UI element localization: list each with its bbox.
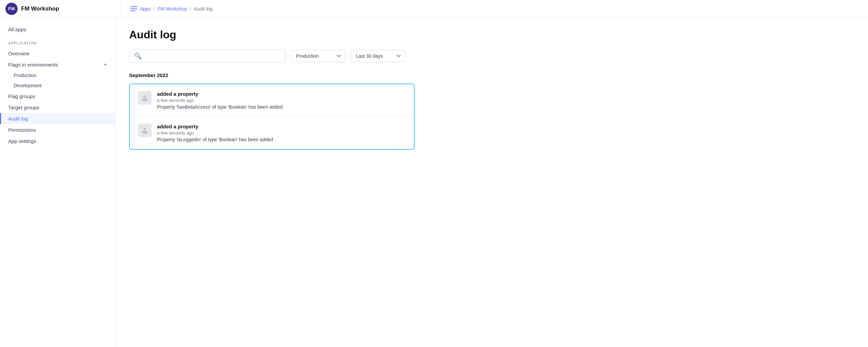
filters-row: 🔍 Production Development Last 30 days La… — [129, 49, 854, 63]
entry-avatar-2 — [138, 124, 152, 137]
sidebar-item-label: Overview — [8, 51, 30, 56]
breadcrumb-fm-workshop-link[interactable]: FM Workshop — [158, 6, 187, 12]
sidebar-item-label: App settings — [8, 138, 36, 144]
environment-select[interactable]: Production Development — [291, 50, 345, 62]
sidebar-item-label: Permissions — [8, 127, 36, 133]
svg-point-3 — [143, 128, 146, 130]
sidebar-sub-item-label: Production — [14, 73, 36, 78]
user-icon — [141, 127, 149, 134]
svg-rect-2 — [142, 131, 147, 133]
sidebar-item-overview[interactable]: Overview — [0, 48, 115, 59]
main-layout: All apps APPLICATION Overview Flags in e… — [0, 18, 868, 347]
sidebar-all-apps[interactable]: All apps — [0, 24, 115, 34]
section-date: September 2022 — [129, 72, 854, 78]
search-icon: 🔍 — [134, 52, 142, 60]
sidebar-item-label: Audit log — [8, 116, 28, 122]
breadcrumb-apps-link[interactable]: Apps — [140, 6, 151, 12]
menu-toggle-icon[interactable] — [131, 5, 137, 12]
entries-container: added a property a few seconds ago Prope… — [129, 84, 415, 150]
breadcrumb-sep-2: / — [190, 6, 191, 12]
sidebar-item-app-settings[interactable]: App settings — [0, 135, 115, 147]
svg-rect-0 — [142, 98, 147, 101]
main-content: Audit log 🔍 Production Development Last … — [116, 18, 868, 347]
entry-desc-1: Property 'hasBetaAccess' of type 'Boolea… — [157, 104, 406, 110]
sidebar: All apps APPLICATION Overview Flags in e… — [0, 18, 116, 347]
entry-desc-2: Property 'isLoggedIn' of type 'Boolean' … — [157, 137, 406, 142]
search-box: 🔍 — [129, 49, 285, 63]
page-title: Audit log — [129, 29, 854, 41]
sidebar-item-flags-in-environments[interactable]: Flags in environments ▼ — [0, 59, 115, 70]
breadcrumb: Apps / FM Workshop / Audit log — [125, 5, 212, 12]
sidebar-item-label: Flags in environments — [8, 62, 58, 68]
date-range-select[interactable]: Last 30 days Last 7 days Last 90 days — [351, 50, 405, 62]
sidebar-item-development[interactable]: Development — [0, 80, 115, 91]
sidebar-header: FW FM Workshop — [5, 0, 121, 17]
audit-entry-1: added a property a few seconds ago Prope… — [130, 84, 414, 116]
entry-body-1: added a property a few seconds ago Prope… — [157, 91, 406, 110]
sidebar-sub-item-label: Development — [14, 83, 42, 88]
sidebar-item-permissions[interactable]: Permissions — [0, 124, 115, 135]
entry-time-1: a few seconds ago — [157, 98, 406, 103]
entry-avatar-1 — [138, 91, 152, 105]
sidebar-item-label: Flag groups — [8, 93, 35, 99]
app-name: FM Workshop — [21, 5, 59, 12]
entry-time-2: a few seconds ago — [157, 130, 406, 135]
user-icon — [141, 94, 149, 102]
breadcrumb-sep-1: / — [154, 6, 155, 12]
top-bar: FW FM Workshop Apps / FM Workshop / Audi… — [0, 0, 868, 18]
sidebar-item-audit-log[interactable]: Audit log — [0, 113, 115, 124]
entry-title-2: added a property — [157, 124, 406, 129]
entry-body-2: added a property a few seconds ago Prope… — [157, 124, 406, 142]
avatar: FW — [5, 3, 18, 15]
search-input[interactable] — [144, 53, 280, 59]
sidebar-item-label: Target groups — [8, 105, 39, 110]
audit-entry-2: added a property a few seconds ago Prope… — [130, 116, 414, 149]
svg-point-1 — [143, 95, 146, 98]
breadcrumb-current: Audit log — [194, 6, 212, 12]
sidebar-item-flag-groups[interactable]: Flag groups — [0, 91, 115, 102]
sidebar-section-label: APPLICATION — [0, 40, 115, 48]
entry-title-1: added a property — [157, 91, 406, 97]
chevron-down-icon: ▼ — [104, 63, 107, 67]
sidebar-item-production[interactable]: Production — [0, 70, 115, 80]
sidebar-item-target-groups[interactable]: Target groups — [0, 102, 115, 113]
